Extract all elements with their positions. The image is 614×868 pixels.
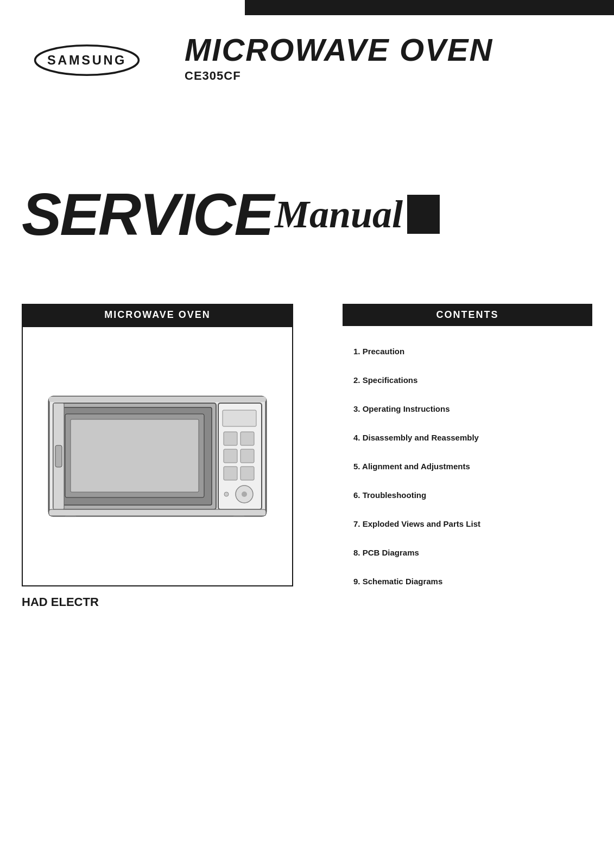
list-item: 2. Specifications: [348, 366, 587, 394]
microwave-oven-header: MICROWAVE OVEN: [22, 304, 293, 326]
svg-rect-17: [240, 467, 254, 480]
microwave-illustration: [43, 380, 271, 532]
manual-bar-decoration: [407, 195, 440, 234]
bottom-section: MICROWAVE OVEN: [22, 304, 592, 846]
left-column: MICROWAVE OVEN: [22, 304, 293, 609]
list-item: 6. Troubleshooting: [348, 481, 587, 509]
list-item: 5. Alignment and Adjustments: [348, 452, 587, 481]
svg-rect-14: [224, 449, 237, 463]
svg-text:SAMSUNG: SAMSUNG: [47, 53, 126, 67]
list-item: 3. Operating Instructions: [348, 394, 587, 423]
contents-header: CONTENTS: [343, 304, 592, 326]
header-text-block: MICROWAVE OVEN CE305CF: [185, 34, 493, 83]
manual-text: Manual: [275, 192, 403, 237]
svg-rect-23: [49, 509, 266, 516]
svg-rect-15: [240, 449, 254, 463]
samsung-logo: SAMSUNG: [33, 41, 141, 81]
list-item: 1. Precaution: [348, 337, 587, 366]
page-header: SAMSUNG MICROWAVE OVEN CE305CF: [0, 15, 614, 102]
list-item: 4. Disassembly and Reassembly: [348, 423, 587, 452]
svg-rect-13: [240, 432, 254, 445]
svg-rect-11: [223, 410, 256, 426]
service-text: SERVICE: [22, 184, 273, 244]
list-item: 7. Exploded Views and Parts List: [348, 509, 587, 538]
list-item: 8. PCB Diagrams: [348, 538, 587, 567]
svg-rect-12: [224, 432, 237, 445]
microwave-image-container: [22, 326, 293, 586]
svg-rect-3: [49, 397, 266, 402]
right-column: CONTENTS 1. Precaution2. Specifications3…: [343, 304, 592, 607]
contents-list: 1. Precaution2. Specifications3. Operati…: [343, 326, 592, 607]
svg-point-20: [224, 492, 229, 496]
svg-rect-7: [71, 419, 199, 492]
product-title: MICROWAVE OVEN: [185, 34, 493, 66]
svg-rect-9: [55, 445, 62, 467]
svg-rect-16: [224, 467, 237, 480]
had-electr-text: HAD ELECTR: [22, 595, 293, 609]
svg-point-19: [242, 492, 247, 497]
list-item: 9. Schematic Diagrams: [348, 567, 587, 596]
model-number: CE305CF: [185, 69, 493, 83]
service-manual-banner: SERVICEManual: [22, 184, 592, 244]
top-decorative-bar: [245, 0, 614, 15]
